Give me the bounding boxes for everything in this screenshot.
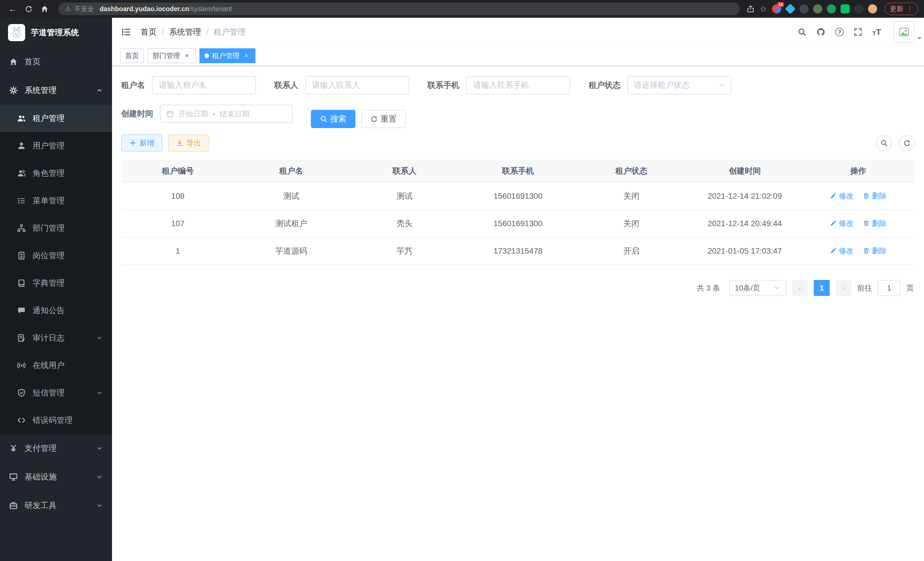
help-button[interactable]: ? [835, 28, 844, 36]
sidebar-item-sms[interactable]: 短信管理 [0, 379, 112, 407]
breadcrumb-item[interactable]: 系统管理 [169, 27, 201, 38]
sidebar-collapse-button[interactable] [121, 27, 131, 37]
sidebar-item-infra[interactable]: 基础设施 [0, 463, 112, 491]
cell-status: 关闭 [574, 182, 688, 210]
github-button[interactable] [816, 27, 825, 37]
share-icon[interactable] [747, 5, 754, 13]
sidebar-item-errcode[interactable]: 错误码管理 [0, 407, 112, 434]
sidebar-item-dict[interactable]: 字典管理 [0, 269, 112, 297]
page-number-button[interactable]: 1 [814, 280, 830, 296]
fullscreen-button[interactable] [854, 27, 862, 37]
sidebar-item-dept[interactable]: 部门管理 [0, 214, 112, 242]
goto-page-input[interactable] [878, 280, 901, 296]
extension-blue-diamond[interactable] [785, 3, 795, 14]
edit-button[interactable]: 修改 [830, 246, 854, 256]
sidebar-item-online[interactable]: 在线用户 [0, 352, 112, 379]
refresh-table-button[interactable] [899, 135, 915, 151]
date-separator: - [213, 110, 215, 118]
sidebar-item-audit[interactable]: 审计日志 [0, 324, 112, 352]
filter-form: 租户名 联系人 联系手机 租户状态 请选择租户状态 [121, 76, 915, 133]
cell-actions: 修改删除 [801, 237, 915, 265]
page-size-select[interactable]: 10条/页 [729, 280, 786, 296]
extension-green-square[interactable] [841, 4, 850, 14]
tenant-name-input[interactable] [152, 76, 256, 94]
breadcrumb-item[interactable]: 首页 [141, 27, 157, 38]
status-label: 租户状态 [589, 80, 621, 91]
extension-dark-circle[interactable] [854, 4, 863, 14]
cell-contact: 芋艿 [348, 237, 461, 265]
extension-green-circle[interactable] [827, 4, 836, 14]
contact-label: 联系人 [274, 80, 298, 91]
goto-label: 前往 [857, 283, 872, 293]
user-icon [17, 141, 26, 150]
extension-tan-circle[interactable] [868, 4, 877, 14]
browser-back-button[interactable]: ← [6, 2, 20, 16]
security-warning-icon: ⚠ [65, 5, 71, 13]
sidebar-item-role[interactable]: 角色管理 [0, 159, 112, 187]
question-icon: ? [835, 28, 844, 36]
delete-button[interactable]: 删除 [863, 246, 887, 256]
sidebar-item-devtools[interactable]: 研发工具 [0, 491, 112, 520]
extension-red-blue[interactable]: 10 [772, 4, 781, 14]
menu-icon [17, 196, 26, 205]
create-time-range-picker[interactable]: 开始日期 - 结束日期 [160, 105, 292, 123]
filter-status: 租户状态 请选择租户状态 [589, 76, 731, 94]
sidebar-item-notice[interactable]: 通知公告 [0, 297, 112, 324]
sidebar-item-post[interactable]: 岗位管理 [0, 242, 112, 269]
navbar: 首页/系统管理/租户管理 ? TT [112, 18, 924, 46]
add-button[interactable]: 新增 [121, 134, 162, 152]
contact-input[interactable] [305, 76, 409, 94]
column-header: 联系手机 [461, 159, 575, 182]
browser-home-button[interactable] [38, 2, 51, 16]
search-button[interactable]: 搜索 [311, 110, 356, 128]
tab-部门管理[interactable]: 部门管理× [147, 48, 196, 63]
tab-首页[interactable]: 首页 [120, 48, 144, 63]
sidebar-item-menu[interactable]: 菜单管理 [0, 187, 112, 214]
extension-dark-sphere[interactable] [800, 4, 808, 14]
browser-update-button[interactable]: 更新 ⋮ [885, 3, 918, 15]
phone-input[interactable] [466, 76, 570, 94]
tab-租户管理[interactable]: 租户管理× [200, 48, 255, 63]
reload-icon [25, 5, 33, 13]
toggle-search-button[interactable] [876, 135, 892, 151]
column-header: 租户编号 [121, 159, 235, 182]
home-icon [9, 57, 18, 66]
tenant-status-select[interactable]: 请选择租户状态 [627, 76, 731, 94]
app-logo-row[interactable]: 芋道管理系统 [0, 18, 112, 47]
sidebar-item-home[interactable]: 首页 [0, 47, 112, 76]
reset-button[interactable]: 重置 [361, 110, 406, 128]
edit-button[interactable]: 修改 [830, 191, 854, 201]
cell-contact: 秃头 [348, 210, 461, 237]
export-button[interactable]: 导出 [168, 134, 209, 152]
chevron-down-icon [96, 390, 103, 396]
font-size-button[interactable]: TT [872, 28, 881, 36]
filter-tenant-name: 租户名 [121, 76, 256, 94]
breadcrumb-item: 租户管理 [214, 27, 246, 38]
cell-created: 2021-01-05 17:03:47 [688, 237, 801, 265]
phone-label: 联系手机 [428, 80, 459, 91]
sidebar-item-user[interactable]: 用户管理 [0, 132, 112, 159]
browser-reload-button[interactable] [22, 2, 35, 16]
sidebar-item-payment[interactable]: 支付管理 [0, 434, 112, 463]
plus-icon [129, 139, 136, 147]
sidebar-item-system[interactable]: 系统管理 [0, 76, 112, 105]
delete-button[interactable]: 删除 [863, 191, 887, 201]
cell-phone: 17321315478 [461, 237, 575, 265]
browser-url-bar[interactable]: ⚠ 不安全 dashboard.yudao.iocoder.cn/system/… [58, 3, 740, 15]
tab-close-icon[interactable]: × [242, 52, 250, 60]
header-search-button[interactable] [797, 27, 807, 37]
edit-button[interactable]: 修改 [830, 218, 854, 229]
tab-close-icon[interactable]: × [183, 52, 191, 60]
user-menu[interactable] [893, 21, 915, 43]
prev-page-button[interactable]: ‹ [792, 280, 808, 296]
cell-tenant-id: 108 [121, 182, 235, 210]
cell-phone: 15601691300 [461, 210, 575, 237]
sidebar-item-tenant[interactable]: 租户管理 [0, 105, 112, 132]
bookmark-star-icon[interactable]: ☆ [760, 4, 767, 14]
delete-button[interactable]: 删除 [863, 218, 887, 229]
active-tab-dot [205, 53, 209, 58]
cell-tenant-name: 芋道源码 [235, 237, 348, 265]
search-icon [880, 139, 888, 147]
extension-olive-circle[interactable] [813, 4, 822, 14]
next-page-button[interactable]: › [836, 280, 851, 296]
